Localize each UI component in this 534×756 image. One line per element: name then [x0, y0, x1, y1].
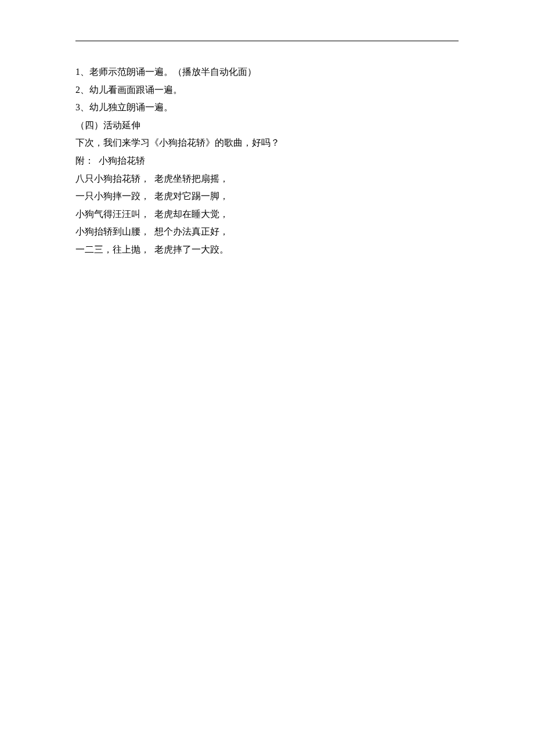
- text-line: 一只小狗摔一跤， 老虎对它踢一脚，: [75, 189, 459, 204]
- text-line: 八只小狗抬花轿， 老虎坐轿把扇摇，: [75, 171, 459, 186]
- text-line: 小狗抬轿到山腰， 想个办法真正好，: [75, 224, 459, 239]
- text-line: （四）活动延伸: [75, 118, 459, 133]
- text-line: 小狗气得汪汪叫， 老虎却在睡大觉，: [75, 207, 459, 222]
- document-page: 1、老师示范朗诵一遍。（播放半自动化面） 2、幼儿看画面跟诵一遍。 3、幼儿独立…: [0, 0, 534, 257]
- header-divider: [75, 41, 459, 41]
- text-line: 1、老师示范朗诵一遍。（播放半自动化面）: [75, 64, 459, 80]
- text-line: 下次，我们来学习《小狗抬花轿》的歌曲，好吗？: [75, 135, 459, 150]
- text-line: 附： 小狗抬花轿: [75, 153, 459, 168]
- document-content: 1、老师示范朗诵一遍。（播放半自动化面） 2、幼儿看画面跟诵一遍。 3、幼儿独立…: [75, 64, 459, 257]
- text-line: 2、幼儿看画面跟诵一遍。: [75, 82, 459, 98]
- text-line: 一二三，往上抛， 老虎摔了一大跤。: [75, 242, 459, 257]
- text-line: 3、幼儿独立朗诵一遍。: [75, 100, 459, 115]
